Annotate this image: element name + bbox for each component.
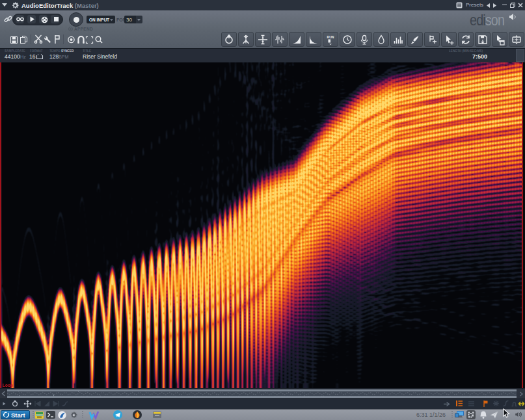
svg-text:RUN: RUN [327, 34, 334, 38]
